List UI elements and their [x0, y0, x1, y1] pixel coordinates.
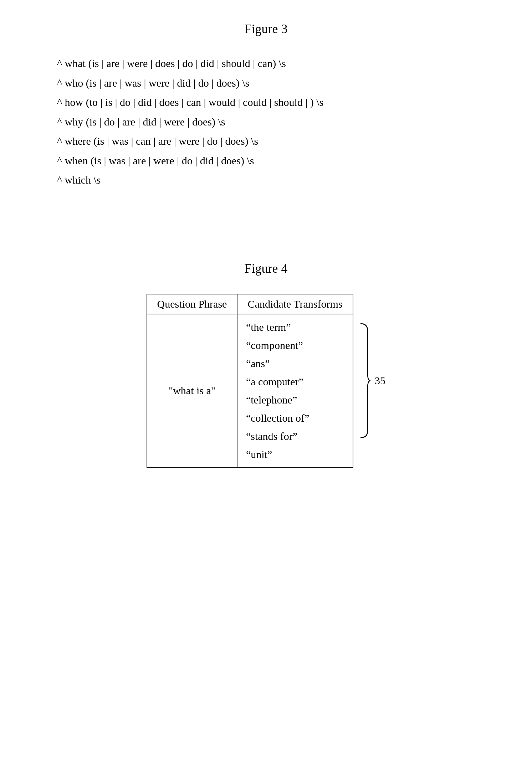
- transform-item-2: “component”: [246, 336, 344, 354]
- page: Figure 3 ^ what (is | are | were | does …: [0, 0, 532, 766]
- transform-item-3: “ans”: [246, 354, 344, 372]
- transform-item-1: “the term”: [246, 318, 344, 336]
- figure3-content: ^ what (is | are | were | does | do | di…: [57, 54, 503, 190]
- figure4-title: Figure 4: [29, 261, 503, 276]
- figure3-line-5: ^ where (is | was | can | are | were | d…: [57, 132, 503, 151]
- figure3-section: Figure 3 ^ what (is | are | were | does …: [29, 21, 503, 190]
- transform-item-8: “unit”: [246, 445, 344, 463]
- col-header-candidate-transforms: Candidate Transforms: [237, 294, 353, 314]
- question-phrase-value: "what is a": [169, 385, 215, 396]
- figure3-title: Figure 3: [29, 21, 503, 36]
- bracket-svg: [357, 320, 371, 441]
- figure3-line-1: ^ what (is | are | were | does | do | di…: [57, 54, 503, 73]
- figure3-line-6: ^ when (is | was | are | were | do | did…: [57, 151, 503, 170]
- transform-item-6: “collection of”: [246, 409, 344, 427]
- table-data-row: "what is a" “the term” “component” “ans”…: [147, 314, 353, 467]
- transforms-cell: “the term” “component” “ans” “a computer…: [237, 314, 353, 467]
- bracket-container: 35: [357, 320, 385, 441]
- table-header-row: Question Phrase Candidate Transforms: [147, 294, 353, 314]
- figure3-line-3: ^ how (to | is | do | did | does | can |…: [57, 93, 503, 112]
- figure3-line-7: ^ which \s: [57, 171, 503, 190]
- transform-item-7: “stands for”: [246, 427, 344, 445]
- table-wrapper: Question Phrase Candidate Transforms "wh…: [29, 294, 503, 468]
- figure4-section: Figure 4 Question Phrase Candidate Trans…: [29, 261, 503, 468]
- figure4-table: Question Phrase Candidate Transforms "wh…: [147, 294, 353, 468]
- figure3-line-2: ^ who (is | are | was | were | did | do …: [57, 74, 503, 93]
- col-header-question-phrase: Question Phrase: [147, 294, 237, 314]
- transform-item-4: “a computer”: [246, 372, 344, 391]
- figure3-line-4: ^ why (is | do | are | did | were | does…: [57, 113, 503, 132]
- bracket-number: 35: [375, 375, 385, 387]
- question-phrase-cell: "what is a": [147, 314, 237, 467]
- transform-item-5: “telephone”: [246, 391, 344, 409]
